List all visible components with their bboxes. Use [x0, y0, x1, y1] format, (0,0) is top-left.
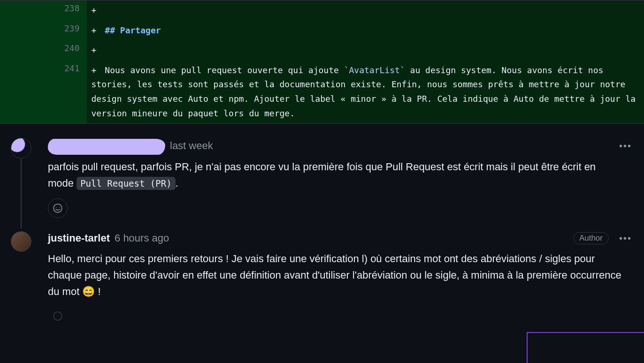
comment-body: Hello, merci pour ces premiers retours !…	[48, 250, 636, 300]
inline-code: Pull Request (PR)	[77, 177, 175, 190]
comment: last week ••• parfois pull request, parf…	[8, 135, 636, 228]
diff-line: 239 + ## Partager	[0, 21, 644, 41]
add-reaction-button[interactable]	[48, 306, 68, 326]
comment: justine-tarlet 6 hours ago Author ••• He…	[8, 228, 636, 337]
smiley-icon	[53, 203, 63, 213]
diff-table: 238 + 239 + ## Partager 240 + 241 + Nous…	[0, 0, 644, 123]
corner-overlay	[527, 332, 644, 363]
smiley-icon	[53, 311, 63, 321]
diff-line: 241 + Nous avons une pull request ouvert…	[0, 60, 644, 123]
plus-icon: +	[92, 3, 100, 18]
comment-body: parfois pull request, parfois PR, je n'a…	[48, 159, 636, 191]
plus-icon: +	[92, 43, 100, 58]
svg-point-3	[54, 312, 62, 320]
plus-icon: +	[92, 63, 100, 78]
line-number[interactable]: 238	[43, 0, 86, 21]
svg-point-0	[54, 204, 62, 212]
line-content: + ## Partager	[86, 21, 644, 41]
comment-header: last week •••	[48, 138, 636, 154]
svg-point-1	[56, 207, 57, 208]
comments-section: last week ••• parfois pull request, parf…	[0, 123, 644, 336]
line-content: +	[86, 40, 644, 60]
markdown-heading: ## Partager	[105, 25, 161, 35]
avatar[interactable]	[11, 138, 31, 159]
svg-point-2	[59, 207, 60, 208]
line-content: +	[86, 0, 644, 21]
add-reaction-button[interactable]	[48, 198, 68, 218]
thread-line	[21, 159, 22, 228]
kebab-icon[interactable]: •••	[614, 231, 636, 246]
line-number[interactable]: 241	[43, 60, 86, 123]
plus-icon: +	[92, 23, 100, 38]
avatar[interactable]	[11, 231, 31, 252]
kebab-icon[interactable]: •••	[614, 139, 636, 153]
author-redacted	[48, 139, 165, 155]
timestamp[interactable]: last week	[170, 140, 213, 152]
line-content: + Nous avons une pull request ouverte qu…	[86, 60, 644, 123]
diff-line: 238 +	[0, 0, 644, 21]
diff-line: 240 +	[0, 40, 644, 60]
comment-header: justine-tarlet 6 hours ago Author •••	[48, 231, 636, 246]
author-badge: Author	[573, 232, 609, 244]
line-number[interactable]: 240	[43, 40, 86, 60]
inline-code: `AvatarList`	[344, 65, 405, 75]
timestamp[interactable]: 6 hours ago	[115, 232, 169, 244]
line-number[interactable]: 239	[43, 21, 86, 41]
author-name[interactable]: justine-tarlet	[48, 232, 110, 244]
